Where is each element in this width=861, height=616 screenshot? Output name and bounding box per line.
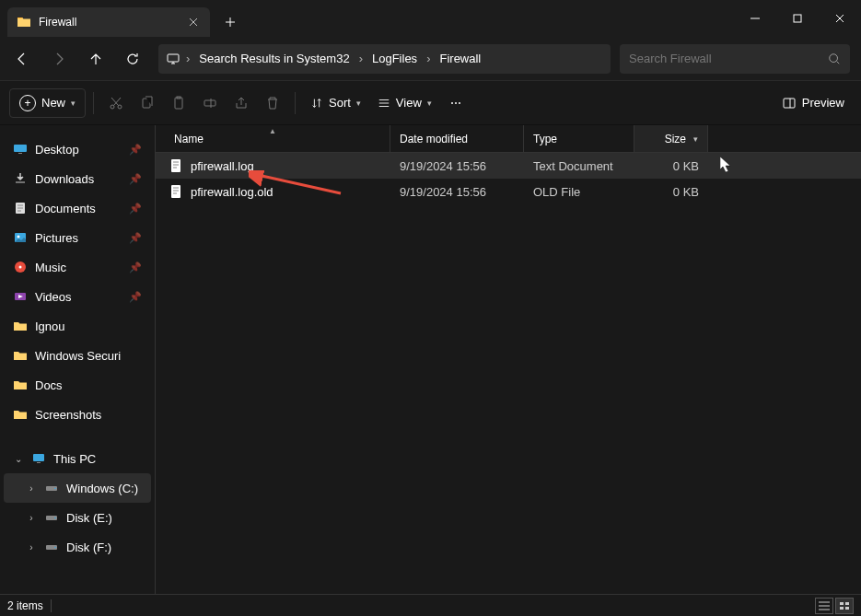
sidebar-item[interactable]: Music📌 [4,252,151,282]
sidebar-item-drive[interactable]: ›Disk (F:) [4,532,151,562]
forward-button[interactable] [42,42,76,76]
chevron-down-icon: ⌄ [13,454,24,464]
sidebar-item-label: Documents [35,202,122,215]
sidebar-item[interactable]: Docs [4,370,151,400]
column-name[interactable]: Name ▲ [156,125,390,152]
sidebar-item-drive[interactable]: ›Windows (C:) [4,473,151,503]
search-box[interactable] [620,44,850,74]
sort-button[interactable]: Sort ▾ [303,88,368,118]
chevron-right-icon: › [26,513,37,523]
cut-button[interactable] [101,88,131,118]
chevron-right-icon: › [26,542,37,552]
sidebar-item-drive[interactable]: ›Disk (E:) [4,503,151,532]
sidebar-item-label: This PC [53,452,142,466]
svg-point-28 [54,547,56,549]
chevron-down-icon: ▾ [356,99,361,108]
divider [51,599,52,612]
pictures-icon [13,230,28,245]
divider [93,92,94,114]
chevron-right-icon: › [426,52,430,65]
svg-rect-13 [14,145,27,152]
svg-rect-31 [840,602,844,605]
svg-point-9 [451,102,453,104]
column-type[interactable]: Type [524,125,634,152]
window-tab[interactable]: Firewall [7,7,210,37]
up-button[interactable] [79,42,112,76]
view-label: View [396,96,422,110]
view-button[interactable]: View ▾ [370,88,439,118]
details-view-toggle[interactable] [815,598,833,614]
file-row[interactable]: pfirewall.log.old 9/19/2024 15:56 OLD Fi… [156,179,861,204]
file-type: OLD File [524,185,634,199]
minimize-button[interactable] [734,0,776,37]
copy-button[interactable] [133,88,162,118]
svg-point-24 [54,488,56,490]
sidebar-item[interactable]: Pictures📌 [4,223,151,252]
close-button[interactable] [819,0,861,37]
file-date: 9/19/2024 15:56 [390,159,524,173]
sidebar-item-thispc[interactable]: ⌄This PC [4,444,151,473]
back-button[interactable] [6,42,39,76]
maximize-button[interactable] [776,0,819,37]
view-toggles [815,598,854,614]
breadcrumb-item[interactable]: Search Results in System32 [195,50,353,67]
column-date[interactable]: Date modified [390,125,524,152]
drive-icon [44,481,59,495]
delete-button[interactable] [258,88,287,118]
more-button[interactable] [441,88,471,118]
sidebar-item-label: Windows Securi [35,349,142,363]
file-type: Text Document [524,159,634,173]
file-name: pfirewall.log [191,159,254,173]
sidebar-item-label: Windows (C:) [66,482,142,495]
folder-icon [13,407,28,422]
breadcrumb-item[interactable]: Firewall [436,50,484,67]
breadcrumb-item[interactable]: LogFiles [368,50,421,67]
sidebar-item[interactable]: Desktop📌 [4,134,151,164]
rename-button[interactable] [195,88,225,118]
paste-button[interactable] [164,88,193,118]
content-pane: Name ▲ Date modified Type Size▾ pfirewal… [155,125,861,594]
refresh-button[interactable] [116,42,149,76]
chevron-right-icon: › [186,52,190,65]
preview-button[interactable]: Preview [774,88,852,118]
file-row[interactable]: pfirewall.log 9/19/2024 15:56 Text Docum… [156,153,861,179]
file-icon [169,158,183,173]
sidebar-item[interactable]: Windows Securi [4,341,151,370]
svg-point-2 [830,53,838,62]
statusbar: 2 items [0,594,861,616]
new-tab-button[interactable] [215,7,245,37]
column-size[interactable]: Size▾ [634,125,708,152]
monitor-icon [166,52,180,66]
sidebar-item[interactable]: Ignou [4,311,151,341]
icons-view-toggle[interactable] [835,598,854,614]
folder-icon [17,15,31,29]
tab-close-button[interactable] [186,15,201,29]
sidebar-item[interactable]: Downloads📌 [4,164,151,193]
pin-icon: 📌 [129,291,142,303]
file-size: 0 KB [634,159,708,173]
sidebar-item-label: Disk (F:) [66,540,142,554]
chevron-right-icon: › [26,483,37,494]
sidebar-item-label: Disk (E:) [66,511,142,525]
file-list: pfirewall.log 9/19/2024 15:56 Text Docum… [156,153,861,204]
drive-icon [44,540,59,554]
folder-icon [13,378,28,392]
new-label: New [41,96,65,110]
svg-rect-6 [175,98,182,109]
new-button[interactable]: + New ▾ [9,88,86,118]
search-input[interactable] [629,52,828,65]
breadcrumb[interactable]: › Search Results in System32 › LogFiles … [158,44,611,74]
search-icon [828,52,841,65]
pin-icon: 📌 [129,232,142,244]
toolbar: + New ▾ Sort ▾ View ▾ Preview [0,81,861,125]
svg-point-10 [455,102,457,104]
sidebar-item[interactable]: Documents📌 [4,193,151,223]
share-button[interactable] [227,88,256,118]
pin-icon: 📌 [129,173,142,185]
sidebar-item-label: Ignou [35,320,142,333]
svg-rect-30 [171,185,180,198]
sidebar-item[interactable]: Screenshots [4,400,151,429]
file-icon [169,184,183,199]
svg-rect-29 [171,159,180,172]
sidebar-item[interactable]: Videos📌 [4,282,151,311]
